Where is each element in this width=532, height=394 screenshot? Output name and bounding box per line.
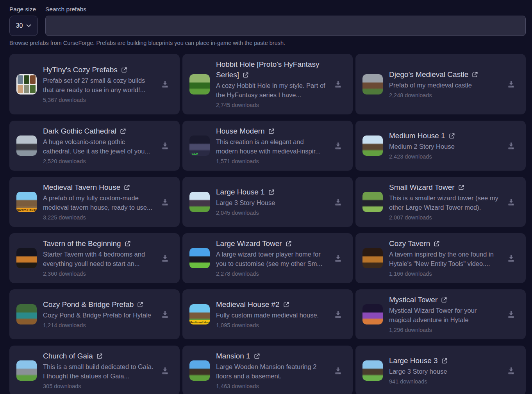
prefab-card-content: Large House 3 Large 3 Story house 941 do… — [389, 356, 500, 385]
prefab-title-link[interactable]: Large House 3 — [389, 356, 500, 366]
chevron-down-icon — [26, 24, 31, 27]
download-button[interactable] — [160, 141, 170, 151]
download-button[interactable] — [506, 365, 516, 376]
download-button[interactable] — [160, 197, 170, 207]
prefab-thumbnail — [362, 74, 383, 94]
prefab-thumbnail — [16, 304, 37, 324]
prefab-title-link[interactable]: Tavern of the Beginning — [43, 239, 154, 249]
prefab-card: Tavern House Medieval Tavern House A pre… — [9, 177, 180, 227]
download-button[interactable] — [160, 253, 170, 264]
download-button[interactable] — [333, 253, 343, 264]
prefab-title-link[interactable]: House Modern — [216, 126, 327, 137]
external-link-icon — [268, 189, 275, 195]
prefab-thumbnail — [189, 74, 210, 94]
prefab-title: Mansion 1 — [216, 352, 250, 360]
external-link-icon — [268, 128, 275, 134]
search-input[interactable] — [45, 16, 526, 36]
download-count: 2,248 downloads — [389, 92, 500, 99]
download-button[interactable] — [160, 309, 170, 320]
download-button[interactable] — [333, 79, 343, 89]
prefab-description: Large Wooden Mansion featuring 2 floors … — [216, 362, 327, 381]
prefab-card: Mansion 1 Large Wooden Mansion featuring… — [182, 346, 353, 394]
prefab-title-link[interactable]: Church of Gaia — [43, 351, 154, 362]
prefab-title-link[interactable]: Hobbit Hole [Proto's HyFantasy Series] — [216, 59, 327, 80]
prefab-thumbnail — [16, 74, 37, 94]
prefab-card-content: HyTiny's Cozy Prefabs Prefab set of 27 s… — [43, 65, 154, 104]
prefab-card-content: Medieval Tavern House A prefab of my ful… — [43, 182, 154, 221]
external-link-icon — [458, 184, 464, 191]
prefab-title-link[interactable]: Large House 1 — [216, 187, 327, 198]
prefab-title-link[interactable]: Cozy Pond & Bridge Prefab — [43, 300, 154, 310]
download-count: 2,278 downloads — [216, 270, 327, 278]
prefab-title-link[interactable]: Djego's Medieval Castle — [389, 70, 500, 80]
download-button[interactable] — [506, 141, 516, 151]
download-button[interactable] — [333, 365, 343, 376]
prefab-card: Small Wizard Tower This is a smaller wiz… — [355, 177, 526, 227]
prefab-thumbnail — [189, 248, 210, 268]
prefab-card: Large Wizard Tower A large wizard tower … — [182, 233, 353, 283]
external-link-icon — [441, 358, 448, 364]
prefab-title-link[interactable]: Medium House 1 — [389, 131, 500, 141]
external-link-icon — [286, 241, 292, 247]
external-link-icon — [283, 301, 289, 308]
external-link-icon — [472, 71, 478, 78]
prefab-card-content: Small Wizard Tower This is a smaller wiz… — [389, 182, 500, 221]
external-link-icon — [254, 353, 260, 359]
prefab-description: Large 3 Story House — [216, 198, 327, 207]
prefab-description: Mystical Wizard Tower for your magical a… — [389, 306, 500, 324]
page-size-select[interactable]: 30 — [9, 16, 38, 36]
prefab-card-content: House Modern This creation is an elegant… — [216, 126, 327, 165]
prefab-description: Large 3 Story house — [389, 367, 500, 376]
page-size-field: Page size 30 — [9, 5, 38, 36]
download-icon — [506, 141, 516, 151]
download-count: 2,045 downloads — [216, 209, 327, 217]
download-button[interactable] — [506, 253, 516, 264]
download-button[interactable] — [333, 197, 343, 207]
download-icon — [160, 253, 170, 264]
download-button[interactable] — [506, 197, 516, 207]
download-button[interactable] — [160, 365, 170, 376]
prefab-description: This is a smaller wizard tower (see my o… — [389, 193, 500, 212]
download-count: 2,423 downloads — [389, 153, 500, 160]
thumbnail-tile — [24, 85, 29, 93]
download-button[interactable] — [333, 141, 343, 151]
prefab-title-link[interactable]: Mystical Tower — [389, 295, 500, 305]
prefab-title-link[interactable]: Cozy Tavern — [389, 239, 500, 249]
download-button[interactable] — [506, 79, 516, 89]
prefab-card: HyTiny's Cozy Prefabs Prefab set of 27 s… — [9, 54, 180, 114]
prefab-title: Hobbit Hole [Proto's HyFantasy Series] — [216, 60, 319, 79]
download-button[interactable] — [333, 309, 343, 320]
thumbnail-label: Tavern House — [16, 208, 37, 212]
prefab-title-link[interactable]: Medieval House #2 — [216, 300, 327, 310]
page-size-label: Page size — [9, 5, 38, 13]
prefab-title-link[interactable]: Mansion 1 — [216, 351, 327, 362]
prefab-card-content: Medieval House #2 Fully custom made medi… — [216, 300, 327, 329]
external-link-icon — [441, 297, 447, 303]
prefab-title-link[interactable]: Large Wizard Tower — [216, 239, 327, 249]
prefab-title: House Modern — [216, 127, 265, 135]
external-link-icon — [125, 241, 131, 247]
prefab-title-link[interactable]: Small Wizard Tower — [389, 182, 500, 193]
prefab-description: A tavern inspired by the one found in Hy… — [389, 250, 500, 268]
download-count: 1,296 downloads — [389, 326, 500, 334]
prefab-title-link[interactable]: Medieval Tavern House — [43, 182, 154, 193]
prefab-card: Medium House 1 Medium 2 Story House 2,42… — [355, 121, 526, 171]
prefab-title-link[interactable]: Dark Gothic Cathedral — [43, 126, 154, 137]
prefab-card: Djego's Medieval Castle Prefab of my med… — [355, 54, 526, 114]
prefab-thumbnail — [362, 304, 383, 324]
prefab-card-content: Cozy Pond & Bridge Prefab Cozy Pond & Br… — [43, 300, 154, 329]
external-link-icon — [124, 184, 130, 191]
download-icon — [506, 79, 516, 89]
download-button[interactable] — [506, 309, 516, 320]
prefab-card: V2.0 House Modern This creation is an el… — [182, 121, 353, 171]
prefab-browser-page: Page size 30 Search prefabs Browse prefa… — [0, 0, 532, 394]
prefab-thumbnail — [16, 248, 37, 268]
download-button[interactable] — [160, 79, 170, 89]
thumbnail-tile — [24, 75, 29, 84]
download-count: 2,007 downloads — [389, 214, 500, 221]
thumbnail-tile — [18, 75, 23, 84]
thumbnail-tile — [18, 85, 23, 93]
prefab-thumbnail: Tavern House — [16, 192, 37, 212]
prefab-title-link[interactable]: HyTiny's Cozy Prefabs — [43, 65, 154, 75]
prefab-card: Hobbit Hole [Proto's HyFantasy Series] A… — [182, 54, 353, 114]
